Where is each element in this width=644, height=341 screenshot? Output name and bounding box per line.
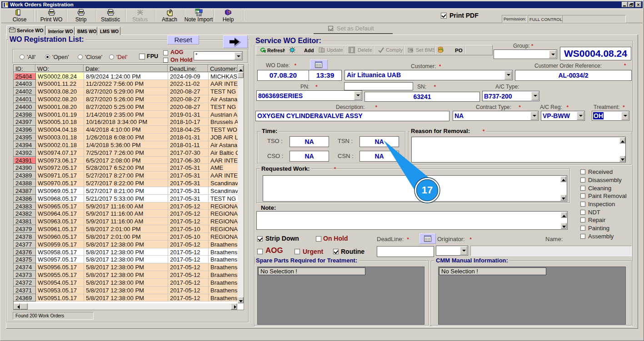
svg-text:17: 17 [422,184,433,196]
svg-text:?: ? [228,10,230,15]
